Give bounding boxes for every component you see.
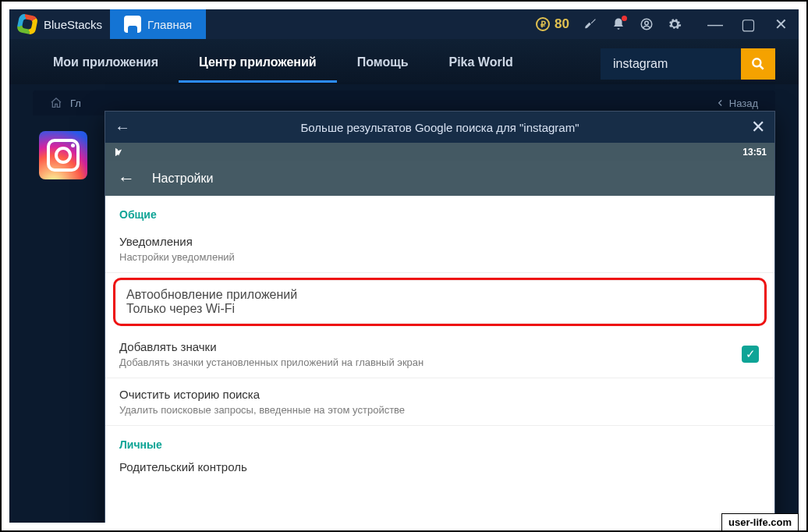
modal-close-button[interactable]: ✕ xyxy=(746,117,765,137)
tab-help[interactable]: Помощь xyxy=(337,55,429,83)
checkbox-checked-icon[interactable]: ✓ xyxy=(742,346,759,363)
bluestacks-logo xyxy=(16,12,39,36)
breadcrumb-home-label[interactable]: Гл xyxy=(70,98,81,109)
setting-subtitle: Только через Wi-Fi xyxy=(126,302,753,316)
setting-title: Автообновление приложений xyxy=(126,288,753,302)
setting-title: Уведомления xyxy=(119,235,760,248)
breadcrumb-home-icon[interactable] xyxy=(50,97,62,109)
setting-clear-history[interactable]: Очистить историю поиска Удалить поисковы… xyxy=(105,378,774,426)
tab-pika-world[interactable]: Pika World xyxy=(429,55,533,83)
home-icon xyxy=(124,16,141,33)
setting-autoupdate[interactable]: Автообновление приложений Только через W… xyxy=(113,278,767,326)
minimize-button[interactable]: — xyxy=(707,15,724,34)
subnav: Мои приложения Центр приложений Помощь P… xyxy=(9,39,799,84)
main-tab[interactable]: Главная xyxy=(110,9,206,39)
gear-icon[interactable] xyxy=(668,17,682,31)
play-flag-icon xyxy=(113,147,124,158)
search-input[interactable] xyxy=(601,48,741,80)
setting-subtitle: Настройки уведомлений xyxy=(119,251,760,263)
section-personal: Личные xyxy=(105,426,774,451)
svg-point-1 xyxy=(645,21,649,25)
google-results-modal: ← Больше результатов Google поиска для "… xyxy=(105,111,775,523)
setting-add-icons[interactable]: Добавлять значки Добавлять значки устано… xyxy=(105,331,774,378)
setting-parental-control[interactable]: Родительский контроль xyxy=(105,451,774,486)
modal-back-button[interactable]: ← xyxy=(115,119,133,137)
brush-icon[interactable] xyxy=(583,17,597,31)
back-arrow-icon xyxy=(715,98,726,108)
coin-amount: 80 xyxy=(555,16,569,32)
setting-subtitle: Удалить поисковые запросы, введенные на … xyxy=(119,404,760,416)
tab-my-apps[interactable]: Мои приложения xyxy=(33,55,179,83)
modal-title: Больше результатов Google поиска для "in… xyxy=(133,121,746,134)
setting-subtitle: Добавлять значки установленных приложени… xyxy=(119,356,760,368)
main-tab-label: Главная xyxy=(147,18,192,31)
settings-title: Настройки xyxy=(152,172,213,186)
status-time: 13:51 xyxy=(742,147,767,158)
ruble-coin-icon: ₽ xyxy=(536,17,550,31)
breadcrumb-back[interactable]: Назад xyxy=(715,98,758,109)
title-bar: BlueStacks Главная ₽ 80 — ▢ ✕ xyxy=(9,9,799,39)
setting-title: Очистить историю поиска xyxy=(119,388,760,401)
tab-app-center[interactable]: Центр приложений xyxy=(179,55,337,83)
notifications-icon[interactable] xyxy=(611,17,625,31)
brand-label: BlueStacks xyxy=(44,18,102,31)
modal-header: ← Больше результатов Google поиска для "… xyxy=(105,112,774,143)
setting-title: Родительский контроль xyxy=(119,460,760,473)
maximize-button[interactable]: ▢ xyxy=(739,15,757,34)
setting-notifications[interactable]: Уведомления Настройки уведомлений xyxy=(105,225,774,273)
tab-bar: Мои приложения Центр приложений Помощь P… xyxy=(33,55,533,83)
svg-point-2 xyxy=(753,59,760,66)
settings-app-bar: ← Настройки xyxy=(105,161,774,196)
coin-balance[interactable]: ₽ 80 xyxy=(536,16,569,32)
watermark: user-life.com xyxy=(721,513,799,530)
settings-body: Общие Уведомления Настройки уведомлений … xyxy=(105,196,774,523)
settings-back-button[interactable]: ← xyxy=(118,168,135,189)
search-icon xyxy=(750,56,766,72)
breadcrumb-back-label: Назад xyxy=(729,98,758,109)
section-general: Общие xyxy=(105,196,774,225)
content-area: ← Больше результатов Google поиска для "… xyxy=(33,115,775,523)
search-container xyxy=(601,48,775,80)
close-button[interactable]: ✕ xyxy=(772,15,789,34)
android-status-bar: 13:51 xyxy=(105,143,774,161)
setting-title: Добавлять значки xyxy=(119,340,760,353)
search-button[interactable] xyxy=(741,48,775,80)
account-icon[interactable] xyxy=(640,17,654,31)
instagram-app-tile[interactable] xyxy=(39,131,87,179)
